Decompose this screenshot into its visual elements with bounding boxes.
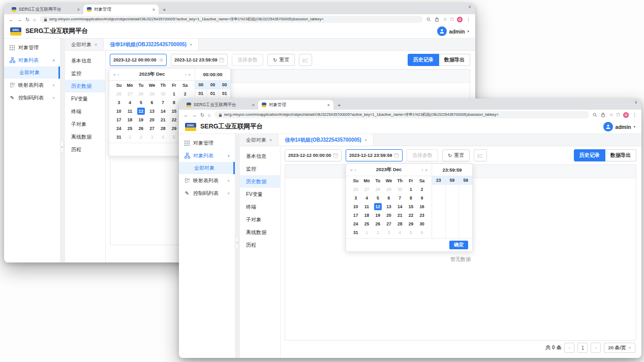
calendar-day[interactable]: 8 — [170, 99, 178, 106]
time-option[interactable]: 23 — [432, 176, 445, 185]
tab-close-icon[interactable]: × — [327, 103, 330, 108]
calendar-day[interactable]: 12 — [374, 203, 382, 210]
new-tab-button[interactable]: + — [163, 7, 166, 13]
calendar-day[interactable]: 18 — [363, 212, 371, 219]
detail-menu-item[interactable]: 历史数据 — [65, 80, 105, 92]
sidebar-item-mapping-list[interactable]: 映射表列表 ∨ — [4, 79, 60, 91]
calendar-day[interactable]: 7 — [159, 99, 167, 106]
browser-tab-platform[interactable]: SERG工业互联网平台 × — [8, 5, 83, 14]
calendar-day[interactable]: 10 — [352, 203, 359, 210]
time-option[interactable]: 01 — [195, 89, 206, 98]
browser-tab-object-mgmt[interactable]: 对象管理 × — [258, 100, 333, 110]
detail-menu-item[interactable]: 监控 — [240, 162, 280, 175]
calendar-day[interactable]: 21 — [159, 116, 167, 123]
prev-year-icon[interactable]: « — [113, 72, 116, 77]
calendar-day[interactable]: 7 — [396, 194, 404, 202]
detail-menu-item[interactable]: 终端 — [240, 201, 280, 213]
calendar-day[interactable]: 6 — [418, 229, 426, 236]
end-date-input[interactable] — [171, 54, 228, 66]
detail-menu-item[interactable]: 子对象 — [240, 213, 280, 226]
detail-menu-item[interactable]: 基本信息 — [65, 54, 105, 67]
reset-button[interactable]: ↻ 重置 — [267, 54, 295, 66]
detail-menu-item[interactable]: 历史数据 — [240, 175, 280, 188]
calendar-day[interactable]: 28 — [137, 90, 145, 97]
calendar-day[interactable]: 3 — [385, 229, 392, 236]
reload-icon[interactable]: ↻ — [25, 17, 29, 22]
next-month-icon[interactable]: › — [421, 168, 423, 173]
zoom-icon[interactable] — [426, 17, 431, 22]
tab-close-icon[interactable]: × — [269, 138, 272, 143]
calendar-day[interactable]: 1 — [126, 134, 134, 141]
start-date-value[interactable] — [288, 153, 331, 158]
select-params-button[interactable]: 选择参数 — [232, 54, 263, 66]
object-tab-unit[interactable]: 佳华1#机组(OBJ3225435700005) × — [279, 134, 374, 146]
calendar-day[interactable]: 4 — [126, 99, 134, 106]
calendar-day[interactable]: 10 — [115, 108, 122, 115]
time-option[interactable]: 01 — [219, 89, 230, 98]
calendar-day[interactable]: 3 — [115, 99, 122, 106]
home-icon[interactable]: ⌂ — [33, 17, 36, 22]
current-page[interactable]: 1 — [577, 343, 588, 353]
bookmark-star-icon[interactable]: ☆ — [609, 112, 613, 117]
start-date-input[interactable] — [285, 149, 342, 161]
prev-month-icon[interactable]: ‹ — [355, 168, 356, 173]
calendar-day[interactable]: 9 — [418, 194, 426, 202]
calendar-day[interactable]: 19 — [374, 212, 382, 219]
home-icon[interactable]: ⌂ — [208, 112, 211, 118]
panel-collapse-handle[interactable]: ◂ — [235, 236, 239, 249]
history-records-button[interactable]: 历史记录 — [574, 149, 605, 161]
calendar-day[interactable]: 11 — [363, 203, 371, 210]
calendar-day[interactable]: 24 — [115, 125, 122, 132]
calendar-day[interactable]: 4 — [159, 134, 167, 141]
tab-close-icon[interactable]: × — [152, 7, 155, 12]
window-chevron-icon[interactable]: ∨ — [634, 100, 637, 105]
user-avatar[interactable] — [437, 26, 447, 36]
calendar-day[interactable]: 31 — [115, 134, 122, 141]
prev-year-icon[interactable]: « — [350, 168, 353, 173]
calendar-day[interactable]: 29 — [170, 125, 178, 132]
profile-badge[interactable]: G — [457, 17, 463, 22]
browser-tab-object-mgmt[interactable]: 对象管理 × — [83, 5, 159, 14]
calendar-day[interactable]: 5 — [137, 99, 145, 106]
calendar-day[interactable]: 5 — [170, 134, 178, 141]
user-avatar[interactable] — [603, 122, 613, 131]
next-month-icon[interactable]: › — [185, 72, 186, 77]
browser-menu-icon[interactable]: ⋮ — [466, 17, 471, 22]
window-chevron-icon[interactable]: ∨ — [468, 5, 471, 9]
chart-view-button[interactable] — [474, 149, 487, 161]
forward-icon[interactable]: → — [17, 17, 22, 22]
calendar-day[interactable]: 30 — [396, 186, 404, 193]
end-date-value[interactable] — [174, 57, 218, 62]
panel-collapse-handle[interactable]: ◂ — [60, 140, 64, 153]
username[interactable]: admin — [616, 124, 631, 130]
detail-menu-item[interactable]: 子对象 — [65, 118, 105, 130]
time-option[interactable]: 00 — [219, 81, 230, 89]
calendar-day[interactable]: 2 — [374, 229, 382, 236]
new-tab-button[interactable]: + — [338, 102, 341, 108]
next-year-icon[interactable]: » — [425, 168, 427, 173]
browser-tab-platform[interactable]: SERG工业互联网平台 × — [183, 100, 258, 110]
calendar-day[interactable]: 30 — [159, 90, 167, 97]
calendar-day[interactable]: 30 — [418, 220, 426, 227]
confirm-button[interactable]: 确定 — [449, 241, 468, 249]
calendar-day[interactable]: 26 — [137, 125, 145, 132]
calendar-day[interactable]: 20 — [385, 212, 392, 219]
calendar-day[interactable]: 1 — [170, 90, 178, 97]
calendar-day[interactable]: 27 — [148, 125, 156, 132]
calendar-day[interactable]: 2 — [418, 186, 426, 193]
next-page-button[interactable]: › — [591, 343, 601, 353]
time-option[interactable]: 00 — [195, 81, 206, 89]
sidebar-item-object-list[interactable]: 对象列表 ∧ — [179, 149, 235, 162]
end-date-input[interactable] — [346, 149, 403, 161]
calendar-day[interactable]: 17 — [352, 212, 359, 219]
calendar-day[interactable]: 6 — [148, 99, 156, 106]
share-icon[interactable] — [435, 17, 439, 22]
data-export-button[interactable]: 数据导出 — [439, 54, 470, 66]
profile-badge[interactable]: G — [623, 112, 629, 118]
calendar-day[interactable]: 21 — [396, 212, 404, 219]
calendar-day[interactable]: 11 — [126, 108, 134, 115]
calendar-day[interactable]: 31 — [352, 229, 359, 236]
sidebar-item-all-objects[interactable]: 全部对象 — [179, 162, 235, 174]
calendar-day[interactable]: 4 — [363, 194, 371, 202]
tab-close-icon[interactable]: × — [77, 7, 80, 12]
